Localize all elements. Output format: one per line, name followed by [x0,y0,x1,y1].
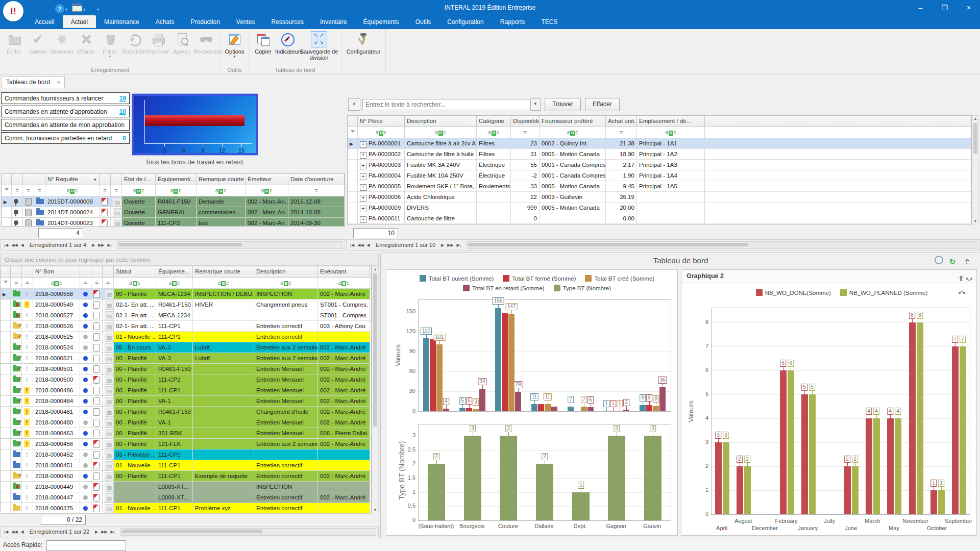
cell[interactable] [80,439,91,449]
cell[interactable] [80,428,91,438]
filter-cell[interactable]: = [511,127,540,138]
part-unit-cost[interactable]: 26.19 [606,192,637,202]
table-row[interactable]: +PA-0000005Roulement SKF / 1" Bore, B...… [348,181,971,192]
cell[interactable]: ! [22,417,33,428]
column-header[interactable]: Catégorie [477,116,511,127]
column-header[interactable]: Émetteur [246,174,288,185]
filter-cell[interactable] [2,185,12,196]
cell[interactable] [11,460,22,470]
cell[interactable] [11,332,22,342]
table-row[interactable]: !2018-0000486✉00 - Planifié111-CP1Entret… [1,385,371,396]
workorder-number[interactable]: 2018-0000501 [33,364,80,374]
table-row[interactable]: !2018-0000463✉00 - Planifié351-RBKEntret… [1,428,371,439]
parts-count[interactable]: 10 [353,228,398,238]
column-header[interactable] [80,266,91,277]
workorder-description[interactable]: Entretien Mensuel [254,364,318,374]
filter-cell[interactable]: aBc [318,278,370,288]
row-indicator[interactable] [1,482,11,492]
cell[interactable] [91,471,103,481]
nav-button[interactable]: ▶▶ [447,243,453,247]
filter-cell[interactable]: aBc [197,185,246,196]
cell[interactable]: ! [22,492,33,503]
cell[interactable] [91,332,103,342]
cell[interactable]: ! [22,289,33,299]
expand-icon[interactable]: + [360,173,366,180]
table-row[interactable]: !2018-0000500✉00 - Planifié111-CP2Entret… [1,374,371,385]
cell[interactable]: ✉ [103,289,114,299]
workorder-remark[interactable] [193,460,254,470]
table-row[interactable]: !2018-0000524✉05 - En coursVA-3Lubrif.En… [1,342,371,353]
column-header[interactable] [34,174,45,185]
cell[interactable] [11,364,22,374]
row-indicator[interactable] [1,396,11,406]
row-indicator[interactable] [1,385,11,395]
nav-button[interactable]: |◀ [350,243,354,247]
globe-icon[interactable] [935,256,943,264]
workorder-executor[interactable]: 002 - Marc-André [318,492,370,503]
workorder-status[interactable] [114,492,156,503]
workorder-number[interactable]: 2018-0000463 [33,428,80,438]
cell[interactable] [11,492,22,503]
ribbon-tab-maintenance[interactable]: Maintenance [96,15,148,28]
cell[interactable] [11,417,22,428]
row-indicator[interactable]: ▶ [1,289,11,299]
workorder-executor[interactable] [318,449,370,460]
column-header[interactable]: Équipement/... [156,174,197,185]
cell[interactable] [80,503,91,513]
cell[interactable] [11,342,22,353]
expand-icon[interactable]: + [360,206,366,212]
cell[interactable] [80,374,91,385]
filter-cell[interactable]: aBc [114,278,156,288]
cell[interactable] [11,289,22,299]
column-header[interactable]: Emplacement / dé... [637,116,705,127]
table-row[interactable]: ▶2015DT-0000009✉OuverteR0461-F150Demande… [2,196,345,207]
workorder-remark[interactable]: Exemple de requete [193,471,254,481]
cell[interactable]: ! [22,439,33,449]
workorder-remark[interactable] [193,417,254,428]
part-location[interactable] [637,192,705,202]
cell[interactable] [100,196,111,207]
cell[interactable] [705,138,970,148]
filter-cell[interactable]: = [80,278,91,288]
workorder-executor[interactable] [318,503,370,513]
cell[interactable] [11,396,22,406]
row-indicator[interactable] [1,353,11,363]
workorder-description[interactable]: Entretien correctif [254,471,318,481]
column-header[interactable] [1,266,11,277]
table-row[interactable]: +PA-0000011Cartouche de filtre00.00 [348,213,971,224]
requests-count[interactable]: 4 [38,228,83,238]
workorder-description[interactable]: Entretien correctif [254,321,318,331]
table-row[interactable]: !2018-0000449✉L0009-XT...INSPECTION [1,482,371,492]
cell[interactable] [23,207,34,217]
cell[interactable]: ✉ [103,428,114,438]
part-category[interactable]: Filtres [477,138,511,148]
part-unit-cost[interactable]: 1.90 [606,170,637,181]
nav-button[interactable]: |◀ [4,530,8,534]
cell[interactable] [80,321,91,331]
part-unit-cost[interactable]: 0.00 [606,213,637,223]
cell[interactable] [91,396,103,406]
workorder-status[interactable]: 00 - Planifié [114,353,156,363]
cell[interactable]: ✉ [103,417,114,428]
row-indicator[interactable] [1,503,11,513]
workorder-executor[interactable]: 002 - Marc-André [318,471,370,481]
cell[interactable] [11,321,22,331]
workorder-executor[interactable]: 002 - Marc-André [318,439,370,449]
part-available[interactable]: -2 [511,170,540,181]
workorder-status[interactable]: 02-1- En att. ... [114,299,156,310]
expand-icon[interactable]: + [360,216,366,223]
expand-icon[interactable]: + [360,152,366,159]
workorders-count[interactable]: 0 / 22 [41,515,86,525]
filter-cell[interactable]: = [11,278,22,288]
workorder-status[interactable]: 00 - Planifié [114,289,156,299]
request-remark[interactable]: Demande [197,196,246,207]
table-row[interactable]: !2018-0000481✉00 - PlanifiéR0461-F150Cha… [1,407,371,417]
workorder-description[interactable] [254,310,318,320]
workorder-executor[interactable]: ST001 - Compres. [318,299,370,310]
cell[interactable]: ✉ [103,492,114,503]
part-category[interactable] [477,203,511,213]
cell[interactable]: ✉ [103,374,114,385]
cell[interactable] [80,332,91,342]
workorder-number[interactable]: 2018-0000558 [33,289,80,299]
workorder-description[interactable]: Entretien Mensuel [254,385,318,395]
